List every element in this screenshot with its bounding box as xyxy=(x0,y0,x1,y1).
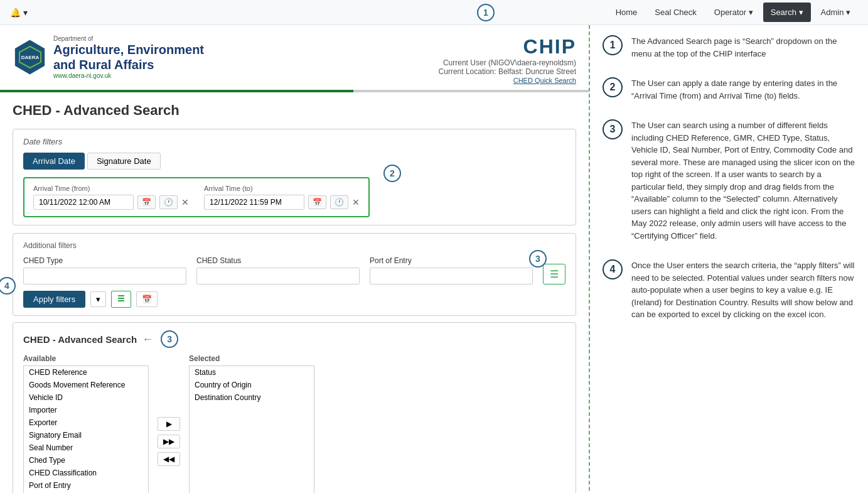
move-right-all-btn[interactable]: ▶▶ xyxy=(158,435,180,448)
page-title: CHED - Advanced Search xyxy=(13,102,576,119)
available-list-item[interactable]: CHED Classification xyxy=(24,467,148,479)
chip-title: CHIP xyxy=(439,35,576,58)
arrival-to-label: Arrival Time (to) xyxy=(204,185,360,192)
available-list-item[interactable]: Goods Movement Reference xyxy=(24,379,148,391)
ched-status-input[interactable] xyxy=(196,268,360,284)
date-filters-label: Date filters xyxy=(23,137,565,146)
nav-search[interactable]: Search ▾ xyxy=(763,3,811,22)
chip-info: CHIP Current User (NIGOV\daera-reynoldsm… xyxy=(439,35,576,85)
daera-url: www.daera-ni.gov.uk xyxy=(53,72,204,79)
slicer-columns: Available CHED ReferenceGoods Movement R… xyxy=(23,354,565,493)
daera-org-name: Agriculture, Environmentand Rural Affair… xyxy=(53,42,204,72)
filter-funnel-btn[interactable]: ▾ xyxy=(90,291,106,307)
available-label: Available xyxy=(23,354,149,363)
annotation-2-badge: 2 xyxy=(383,165,401,182)
available-list-item[interactable]: Ched Type xyxy=(24,454,148,467)
selected-list-item[interactable]: Country of Origin xyxy=(190,379,314,391)
arrival-date-tab[interactable]: Arrival Date xyxy=(23,153,85,170)
arrival-from-input-row: 📅 🕐 ✕ xyxy=(33,195,189,210)
annotation-3-item: 3 The User can search using a number of … xyxy=(603,119,855,242)
arrival-from-time-btn[interactable]: 🕐 xyxy=(159,195,178,209)
port-of-entry-label: Port of Entry xyxy=(370,256,533,265)
ched-type-label: CHED Type xyxy=(23,256,186,265)
selected-list[interactable]: StatusCountry of OriginDestination Count… xyxy=(189,366,314,493)
annotation-1-circle: 1 xyxy=(603,35,623,55)
left-panel: DAERA Department of Agriculture, Environ… xyxy=(0,25,590,493)
right-panel: 1 The Advanced Search page is “Search” d… xyxy=(590,25,868,493)
arrival-from-calendar-btn[interactable]: 📅 xyxy=(137,195,156,209)
annotation-4-badge: 4 xyxy=(0,277,16,295)
available-list-item[interactable]: Signatory Email xyxy=(24,429,148,442)
annotation-4-circle: 4 xyxy=(603,259,623,279)
available-column: Available CHED ReferenceGoods Movement R… xyxy=(23,354,149,493)
daera-dept-line1: Department of xyxy=(53,35,204,42)
available-list-item[interactable]: Vehicle ID xyxy=(24,391,148,404)
nav-links: Home Seal Check Operator ▾ Search ▾ Admi… xyxy=(608,3,858,22)
move-left-all-btn[interactable]: ◀◀ xyxy=(158,452,180,466)
svg-rect-4 xyxy=(118,300,124,301)
date-filters-section: Date filters Arrival Date Signature Date… xyxy=(13,129,576,225)
apply-filters-button[interactable]: Apply filters xyxy=(23,291,85,308)
port-of-entry-input[interactable] xyxy=(370,268,533,284)
available-list-item[interactable]: Port of Entry xyxy=(24,479,148,492)
top-navigation: 🔔 ▾ Home Seal Check Operator ▾ Search ▾ … xyxy=(0,0,868,25)
additional-filters-label: Additional filters xyxy=(23,241,565,250)
current-location: Current Location: Belfast: Duncrue Stree… xyxy=(439,67,576,76)
nav-seal-check[interactable]: Seal Check xyxy=(647,3,704,22)
annotation-3-slicer: 3 xyxy=(529,250,547,268)
additional-filters-section: Additional filters CHED Type CHED Status… xyxy=(13,233,576,316)
annotation-2-circle: 2 xyxy=(603,77,623,97)
arrival-to-clear-btn[interactable]: ✕ xyxy=(352,197,360,207)
notification-bell[interactable]: 🔔 ▾ xyxy=(10,8,28,18)
annotation-1-item: 1 The Advanced Search page is “Search” d… xyxy=(603,35,855,60)
arrival-from-field: Arrival Time (from) 📅 🕐 ✕ xyxy=(33,185,189,210)
available-list-item[interactable]: Exporter xyxy=(24,416,148,429)
available-list[interactable]: CHED ReferenceGoods Movement ReferenceVe… xyxy=(23,366,149,493)
annotation-2-text: The User can apply a date range by enter… xyxy=(631,77,855,102)
move-right-one-btn[interactable]: ▶ xyxy=(158,417,180,431)
apply-row: Apply filters 4 ▾ 📅 xyxy=(23,291,565,308)
ched-type-input[interactable] xyxy=(23,268,186,284)
daera-logo-hexagon: DAERA xyxy=(13,40,47,75)
arrival-from-label: Arrival Time (from) xyxy=(33,185,189,192)
available-list-item[interactable]: Seal Number xyxy=(24,442,148,454)
quick-search-link[interactable]: CHED Quick Search xyxy=(513,77,576,84)
port-of-entry-field: Port of Entry xyxy=(370,256,533,284)
annotation-4-item: 4 Once the User enters the search criter… xyxy=(603,259,855,321)
annotation-1-nav: 1 xyxy=(477,4,495,21)
main-layout: DAERA Department of Agriculture, Environ… xyxy=(0,25,868,493)
arrival-to-input[interactable] xyxy=(204,195,304,210)
page-content: CHED - Advanced Search Date filters Arri… xyxy=(0,92,589,493)
annotation-3-text: The User can search using a number of di… xyxy=(631,119,855,242)
daera-text: Department of Agriculture, Environmentan… xyxy=(53,35,204,79)
filter-green-icon-btn[interactable] xyxy=(111,291,131,308)
daera-logo-area: DAERA Department of Agriculture, Environ… xyxy=(13,35,439,79)
calendar-icon-btn[interactable]: 📅 xyxy=(136,291,158,307)
nav-admin[interactable]: Admin ▾ xyxy=(813,3,858,22)
arrival-to-field: Arrival Time (to) 📅 🕐 ✕ xyxy=(204,185,360,210)
filter-row: CHED Type CHED Status Port of Entry xyxy=(23,256,565,284)
available-list-item[interactable]: CHED Reference xyxy=(24,366,148,379)
selected-label: Selected xyxy=(189,354,314,363)
arrival-to-time-btn[interactable]: 🕐 xyxy=(330,195,348,209)
svg-rect-3 xyxy=(118,298,124,299)
available-list-item[interactable]: Importer xyxy=(24,404,148,416)
ched-status-label: CHED Status xyxy=(196,256,360,265)
arrival-from-input[interactable] xyxy=(33,195,134,210)
annotation-4-text: Once the User enters the search criteria… xyxy=(631,259,855,321)
slicer-title: CHED - Advanced Search ← 3 xyxy=(23,330,565,348)
slicer-arrow-indicator: ← xyxy=(142,333,153,346)
selected-list-item[interactable]: Status xyxy=(190,366,314,379)
daera-header: DAERA Department of Agriculture, Environ… xyxy=(0,25,589,90)
annotation-3-circle: 3 xyxy=(603,119,623,139)
signature-date-tab[interactable]: Signature Date xyxy=(87,153,161,170)
arrival-to-calendar-btn[interactable]: 📅 xyxy=(308,195,326,209)
annotation-3-slicer2: 3 xyxy=(161,330,178,348)
nav-operator[interactable]: Operator ▾ xyxy=(707,3,761,22)
arrival-from-clear-btn[interactable]: ✕ xyxy=(181,197,189,207)
nav-home[interactable]: Home xyxy=(608,3,645,22)
selected-list-item[interactable]: Destination Country xyxy=(190,391,314,404)
selected-column: Selected StatusCountry of OriginDestinat… xyxy=(189,354,314,493)
ched-status-field: CHED Status xyxy=(196,256,360,284)
arrival-to-input-row: 📅 🕐 ✕ xyxy=(204,195,360,210)
